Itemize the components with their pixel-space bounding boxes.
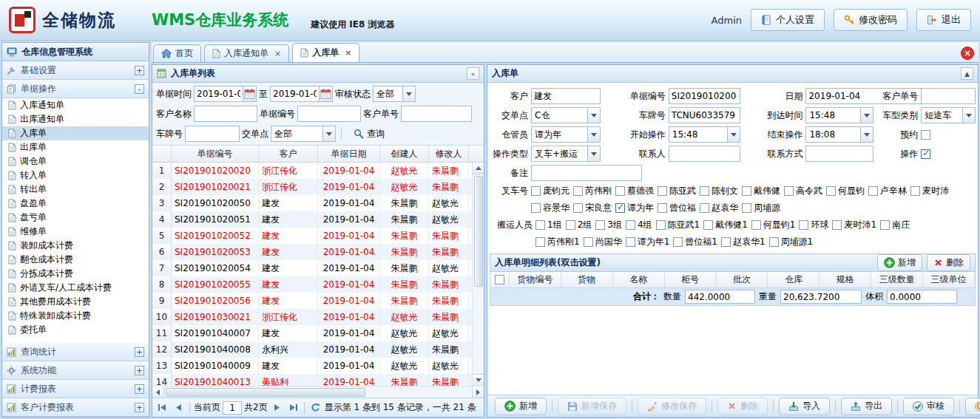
order-row[interactable]: 3SI201901020050建发2019-01-04朱晨鹏赵敏光 [152,195,484,211]
calendar-icon[interactable] [319,86,333,102]
personal-settings-button[interactable]: 个人设置 [751,9,825,31]
order-row[interactable]: 14SI201901040013美贴利2019-01-04朱晨鹏朱晨鹏 [152,374,484,386]
forklift-checkbox[interactable]: 芮伟刚 [573,185,612,197]
forklift-checkbox[interactable]: 曾位福 [658,202,696,214]
reserve-checkbox[interactable] [921,130,930,140]
porter-checkbox[interactable]: 1组 [535,219,562,231]
order-row[interactable]: 6SI201901020053建发2019-01-04朱晨鹏朱晨鹏 [152,244,484,260]
edit-save-button[interactable]: 修改保存 [638,398,706,415]
horizontal-scrollbar[interactable] [152,386,484,398]
porter-checkbox[interactable]: 3组 [595,219,622,231]
scrollbar-thumb[interactable] [474,176,483,287]
order-row[interactable]: 13SI201901040009建发2019-01-04赵敏光赵敏光 [152,358,484,374]
forklift-checkbox[interactable]: 赵袁华 [700,202,738,214]
sidebar-item[interactable]: 转入单 [2,168,149,183]
sidebar-item[interactable]: 委托单 [2,323,149,337]
tab-inbound-notice[interactable]: 入库通知单× [204,44,289,62]
porter-checkbox[interactable]: 曾位福1 [673,236,717,248]
sidebar-item[interactable]: 入库单 [2,126,149,140]
sidebar-item[interactable]: 分拣成本计费 [2,267,149,281]
sidebar-item[interactable]: 入库通知单 [2,98,149,112]
forklift-checkbox[interactable]: 陈钊文 [700,185,738,197]
detail-delete-button[interactable]: 删除 [927,254,970,271]
porter-checkbox[interactable]: 尚国华 [584,236,622,248]
doc-no-field[interactable] [669,88,741,104]
combo-arrow-icon[interactable] [727,127,740,142]
op-start-combo[interactable]: 15:48 [669,126,741,143]
combo-arrow-icon[interactable] [587,146,600,161]
column-header[interactable]: 客户 [259,146,318,162]
contact-way-input[interactable] [805,146,873,162]
sidebar-section-billing-reports[interactable]: 计费报表+ [2,380,149,398]
op-type-combo[interactable]: 叉车+搬运 [531,146,601,162]
first-page-button[interactable] [155,401,169,415]
combo-arrow-icon[interactable] [587,108,600,123]
combo-arrow-icon[interactable] [402,86,415,101]
toggle-icon[interactable]: + [135,347,144,357]
forklift-checkbox[interactable]: 高令武 [784,185,822,197]
search-button[interactable]: 查询 [347,126,391,143]
porter-checkbox[interactable]: 周埔源1 [769,236,814,248]
porter-checkbox[interactable]: 陈亚武1 [656,219,700,231]
tab-home[interactable]: 首页 [153,44,201,62]
close-panel-button[interactable]: × [961,47,974,60]
order-row[interactable]: 11SI201901040007建发2019-01-04赵敏光赵敏光 [152,325,484,341]
sidebar-item[interactable]: 盘亏单 [2,211,149,225]
column-header[interactable]: 单据日期 [318,146,380,162]
remark-input[interactable] [531,165,642,181]
sidebar-item[interactable]: 盘盈单 [2,197,149,211]
forklift-checkbox[interactable]: 戴伟健 [742,185,780,197]
toggle-icon[interactable]: + [135,366,144,375]
collapse-left-button[interactable]: « [467,67,479,80]
select-all-column[interactable] [490,272,510,287]
import-button[interactable]: 导入 [779,398,830,415]
sidebar-section-base-settings[interactable]: 基础设置+ [2,61,149,80]
customer-name-input[interactable] [194,106,257,122]
combo-arrow-icon[interactable] [962,108,975,123]
detail-column-header[interactable]: 三级单位 [923,272,975,287]
scroll-up-icon[interactable] [473,163,484,174]
collapse-up-button[interactable]: ▲ [961,67,973,80]
forklift-checkbox[interactable]: 周埔源 [742,202,780,214]
detail-column-header[interactable]: 柜号 [665,272,717,287]
doc-no-input[interactable] [297,106,361,122]
order-row[interactable]: 4SI201901020051建发2019-01-04朱晨鹏赵敏光 [152,211,484,228]
plate-no-input[interactable] [185,126,240,142]
keeper-combo[interactable]: 谭为年 [531,126,601,143]
prev-page-button[interactable] [172,401,186,415]
sidebar-item[interactable]: 出库单 [2,140,149,154]
volume-total-input[interactable] [887,290,957,304]
delete-button[interactable]: 删除 [717,398,768,415]
audit-status-combo[interactable]: 全部 [373,86,416,102]
porter-checkbox[interactable]: 环球 [799,219,828,231]
porter-checkbox[interactable]: 赵袁华1 [721,236,766,248]
toggle-icon[interactable]: + [135,384,144,394]
sidebar-item[interactable]: 调仓单 [2,154,149,168]
forklift-checkbox[interactable]: 蔡德强 [615,185,654,197]
arrival-time-combo[interactable]: 15:48 [805,107,873,123]
forklift-checkbox[interactable]: 谭为年 [615,202,654,214]
scroll-left-icon[interactable] [152,386,164,398]
forklift-checkbox[interactable]: 庞钧元 [531,185,570,197]
sidebar-item[interactable]: 出库通知单 [2,112,149,126]
next-page-button[interactable] [270,401,284,415]
operate-checkbox[interactable] [921,149,930,159]
porter-checkbox[interactable]: 戴伟健1 [703,219,748,231]
scrollbar-thumb[interactable] [166,388,365,397]
detail-column-header[interactable]: 批次 [717,272,768,287]
forklift-checkbox[interactable]: 宋良意 [573,202,612,214]
sidebar-item[interactable]: 外请叉车/人工成本计费 [2,281,149,295]
sidebar-section-query-stats[interactable]: 查询统计+ [2,343,149,361]
porter-checkbox[interactable]: 芮伟刚1 [535,236,580,248]
delivery-point-combo[interactable]: 全部 [271,126,336,142]
refresh-button[interactable] [308,401,322,415]
detail-column-header[interactable]: 仓库 [768,272,820,287]
detail-column-header[interactable]: 三级数量 [871,272,923,287]
sidebar-section-doc-operations[interactable]: 单据操作- [2,80,149,98]
customer-order-no-input[interactable] [401,106,472,122]
order-row[interactable]: 7SI201901020054建发2019-01-04朱晨鹏赵敏光 [152,260,484,276]
vehicle-type-combo[interactable]: 短途车 [921,107,976,123]
combo-arrow-icon[interactable] [587,127,600,142]
column-header[interactable]: 修改人 [429,146,469,162]
sidebar-item[interactable]: 转出单 [2,183,149,197]
